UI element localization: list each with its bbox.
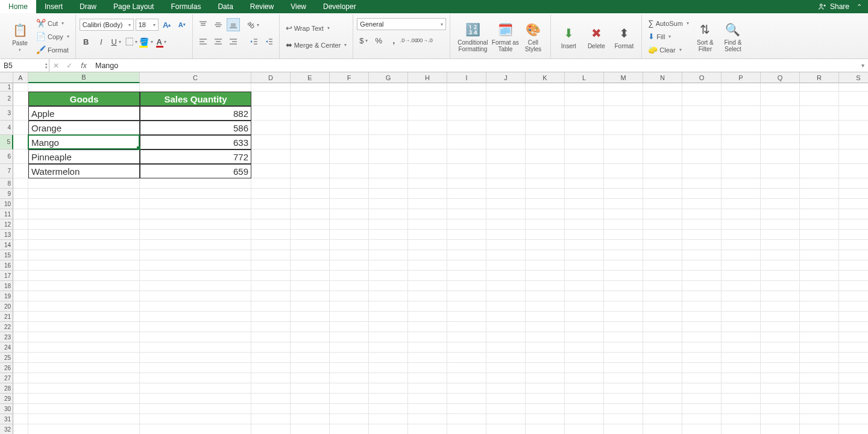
- cell-G4[interactable]: [369, 121, 408, 135]
- cell-H8[interactable]: [408, 178, 447, 189]
- cell-M16[interactable]: [604, 260, 643, 271]
- row-header-9[interactable]: 9: [0, 189, 13, 199]
- cell-S31[interactable]: [839, 414, 868, 424]
- cell-C31[interactable]: [140, 414, 251, 424]
- fill-button[interactable]: ⬇Fill: [646, 31, 691, 43]
- cell-L2[interactable]: [565, 92, 604, 106]
- cell-I9[interactable]: [447, 189, 486, 199]
- cell-M8[interactable]: [604, 178, 643, 189]
- cell-O19[interactable]: [682, 291, 722, 301]
- italic-button[interactable]: I: [95, 35, 108, 48]
- cell-L25[interactable]: [565, 353, 604, 363]
- cell-I7[interactable]: [447, 164, 486, 178]
- cell-C26[interactable]: [140, 363, 251, 373]
- cell-H9[interactable]: [408, 189, 447, 199]
- cell-A13[interactable]: [13, 230, 28, 240]
- cell-M22[interactable]: [604, 322, 643, 332]
- cell-K4[interactable]: [526, 121, 565, 135]
- cell-I14[interactable]: [447, 240, 486, 250]
- cell-S4[interactable]: [839, 121, 868, 135]
- row-header-32[interactable]: 32: [0, 424, 13, 434]
- row-header-28[interactable]: 28: [0, 383, 13, 394]
- cell-D24[interactable]: [251, 342, 291, 353]
- col-header-L[interactable]: L: [565, 72, 604, 83]
- cell-N23[interactable]: [643, 332, 682, 342]
- share-button[interactable]: Share ⌃: [812, 0, 868, 13]
- cell-H14[interactable]: [408, 240, 447, 250]
- decrease-decimal-button[interactable]: .00→.0: [417, 34, 430, 47]
- cell-O24[interactable]: [682, 342, 722, 353]
- cell-B3[interactable]: Apple: [28, 106, 140, 121]
- cell-N31[interactable]: [643, 414, 682, 424]
- increase-font-button[interactable]: A▴: [160, 18, 174, 31]
- cell-K5[interactable]: [526, 135, 565, 149]
- cell-N27[interactable]: [643, 373, 682, 383]
- cell-P16[interactable]: [722, 260, 761, 271]
- cell-L5[interactable]: [565, 135, 604, 149]
- cell-N4[interactable]: [643, 121, 682, 135]
- cell-B6[interactable]: Pinneaple: [28, 149, 140, 164]
- cell-I31[interactable]: [447, 414, 486, 424]
- cell-J5[interactable]: [486, 135, 526, 149]
- cell-G26[interactable]: [369, 363, 408, 373]
- cell-K28[interactable]: [526, 383, 565, 394]
- cell-K17[interactable]: [526, 271, 565, 281]
- orientation-button[interactable]: ab: [247, 18, 260, 31]
- align-top-button[interactable]: [197, 18, 210, 31]
- cell-J6[interactable]: [486, 149, 526, 164]
- cell-E21[interactable]: [291, 312, 330, 322]
- cell-Q2[interactable]: [761, 92, 800, 106]
- cell-S21[interactable]: [839, 312, 868, 322]
- cell-M1[interactable]: [604, 83, 643, 92]
- row-header-30[interactable]: 30: [0, 404, 13, 414]
- cell-Q17[interactable]: [761, 271, 800, 281]
- cell-E11[interactable]: [291, 209, 330, 219]
- col-header-E[interactable]: E: [291, 72, 330, 83]
- cell-S1[interactable]: [839, 83, 868, 92]
- cell-B32[interactable]: [28, 424, 140, 434]
- cell-O2[interactable]: [682, 92, 722, 106]
- cell-L24[interactable]: [565, 342, 604, 353]
- cell-E3[interactable]: [291, 106, 330, 121]
- cell-L30[interactable]: [565, 404, 604, 414]
- cell-E10[interactable]: [291, 199, 330, 209]
- cell-D10[interactable]: [251, 199, 291, 209]
- cell-M25[interactable]: [604, 353, 643, 363]
- cell-P17[interactable]: [722, 271, 761, 281]
- format-as-table-button[interactable]: 🗓️Format as Table: [491, 16, 519, 58]
- cell-Q9[interactable]: [761, 189, 800, 199]
- row-header-1[interactable]: 1: [0, 83, 13, 92]
- cell-J18[interactable]: [486, 281, 526, 291]
- cell-S32[interactable]: [839, 424, 868, 434]
- cell-F18[interactable]: [330, 281, 369, 291]
- cell-R19[interactable]: [800, 291, 839, 301]
- tab-view[interactable]: View: [282, 0, 315, 13]
- cell-J22[interactable]: [486, 322, 526, 332]
- cell-P27[interactable]: [722, 373, 761, 383]
- cell-O15[interactable]: [682, 250, 722, 260]
- cell-G21[interactable]: [369, 312, 408, 322]
- cell-P9[interactable]: [722, 189, 761, 199]
- cell-H12[interactable]: [408, 219, 447, 230]
- cell-B31[interactable]: [28, 414, 140, 424]
- cell-J32[interactable]: [486, 424, 526, 434]
- cell-R27[interactable]: [800, 373, 839, 383]
- cell-R10[interactable]: [800, 199, 839, 209]
- cell-S5[interactable]: [839, 135, 868, 149]
- cell-G24[interactable]: [369, 342, 408, 353]
- cell-O10[interactable]: [682, 199, 722, 209]
- cell-D14[interactable]: [251, 240, 291, 250]
- cell-K23[interactable]: [526, 332, 565, 342]
- cell-R32[interactable]: [800, 424, 839, 434]
- cell-J27[interactable]: [486, 373, 526, 383]
- cell-H19[interactable]: [408, 291, 447, 301]
- row-header-19[interactable]: 19: [0, 291, 13, 301]
- cell-O6[interactable]: [682, 149, 722, 164]
- cell-Q13[interactable]: [761, 230, 800, 240]
- cell-R1[interactable]: [800, 83, 839, 92]
- cell-K21[interactable]: [526, 312, 565, 322]
- cell-H28[interactable]: [408, 383, 447, 394]
- cell-H11[interactable]: [408, 209, 447, 219]
- cell-G2[interactable]: [369, 92, 408, 106]
- cell-N26[interactable]: [643, 363, 682, 373]
